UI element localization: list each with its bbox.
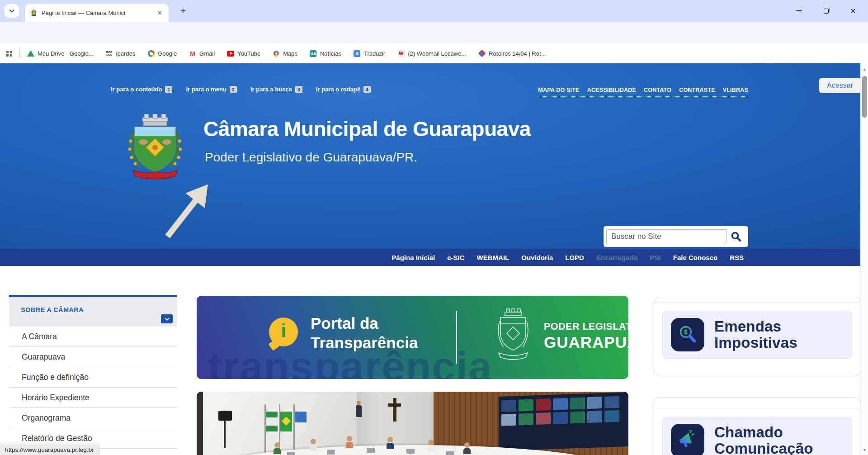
- standing-person: [356, 401, 362, 417]
- flag-municipio: [293, 404, 295, 454]
- youtube-icon: [227, 50, 234, 57]
- link-contraste[interactable]: CONTRASTE: [679, 87, 715, 93]
- link-acessibilidade[interactable]: ACESSIBILIDADE: [587, 87, 636, 93]
- scroll-down-arrow[interactable]: ▼: [861, 448, 868, 452]
- translate-icon: G: [354, 50, 361, 57]
- nav-webmail[interactable]: WEBMAIL: [477, 254, 509, 261]
- bookmark-gmail[interactable]: M Gmail: [189, 50, 215, 57]
- gmail-icon: M: [189, 50, 196, 57]
- chevron-down-icon: [9, 9, 14, 13]
- browser-toolbar: ← → ↻ guarapuava.pr.leg.br ☆ ⋮: [0, 22, 868, 43]
- bookmark-maps[interactable]: Maps: [273, 50, 297, 57]
- card-label: Emendas Impositivas: [714, 318, 797, 351]
- bookmark-roteiros[interactable]: Roteiros 14/04 | Rot...: [478, 50, 546, 57]
- megaphone-icon: [671, 424, 704, 455]
- page-scrollbar[interactable]: ▲ ▼: [860, 63, 868, 455]
- site-header: Ir para o conteúdo 1 Ir para o menu 2 Ir…: [0, 63, 860, 249]
- search-button[interactable]: [726, 229, 745, 244]
- google-drive-icon: [27, 50, 34, 57]
- coat-of-arms-logo: [128, 114, 182, 183]
- sidebar-sobre-a-camara: SOBRE A CÂMARA A Câmara Guarapuava Funçã…: [9, 295, 177, 449]
- restore-icon: [824, 9, 829, 14]
- link-mapa-do-site[interactable]: MAPA DO SITE: [538, 87, 579, 93]
- apps-grid-icon[interactable]: [6, 51, 12, 57]
- tab-close-icon[interactable]: ✕: [156, 9, 164, 17]
- news-icon: GB: [310, 50, 317, 57]
- bookmark-youtube[interactable]: YouTube: [227, 50, 260, 57]
- search-icon: [731, 231, 741, 242]
- main-nav: Página Inicial e-SIC WEBMAIL Ouvidoria L…: [0, 249, 860, 266]
- roteiros-icon: [478, 50, 486, 57]
- minimize-icon: [796, 10, 802, 11]
- status-bar-url: https://www.guarapuava.pr.leg.br: [0, 444, 99, 455]
- skip-link-menu[interactable]: Ir para o menu 2: [186, 86, 237, 93]
- nav-fale-conosco[interactable]: Fale Conosco: [673, 254, 717, 261]
- bookmark-webmail[interactable]: W (2) Webmail Locawe...: [397, 50, 466, 57]
- bookmarks-separator: [19, 48, 20, 58]
- active-tab[interactable]: Página Inicial — Câmara Munici ✕: [25, 4, 169, 22]
- minimize-button[interactable]: [794, 6, 804, 16]
- new-tab-button[interactable]: +: [177, 5, 189, 17]
- card-label: Chamado Comunicação: [714, 424, 813, 455]
- sidebar-title: SOBRE A CÂMARA: [21, 306, 84, 313]
- sidebar-collapse-button[interactable]: [161, 314, 173, 323]
- tv-camera: [218, 411, 232, 421]
- banner-brand: PODER LEGISLATIVO GUARAPUAVA: [544, 321, 628, 351]
- portal-transparencia-banner[interactable]: transparência i Portal da Transparência: [197, 296, 628, 379]
- emblem-outline-icon: [495, 308, 531, 365]
- sidebar-item-funcao-e-definicao[interactable]: Função e definição: [9, 367, 177, 388]
- skip-key-badge: 3: [295, 86, 302, 93]
- bookmark-noticias[interactable]: GB Notícias: [310, 50, 341, 57]
- banner-divider: [456, 311, 457, 364]
- search-input[interactable]: [606, 229, 726, 244]
- cursor-arrow-graphic: [158, 177, 217, 244]
- ipardes-icon: IPARDES: [106, 50, 113, 57]
- site-favicon: [30, 9, 38, 16]
- sidebar-item-horario-expediente[interactable]: Horário Expediente: [9, 388, 177, 408]
- tab-title: Página Inicial — Câmara Munici: [42, 9, 156, 16]
- link-contato[interactable]: CONTATO: [644, 87, 671, 93]
- banner-title: Portal da Transparência: [311, 314, 418, 352]
- bookmark-google[interactable]: Google: [147, 50, 177, 57]
- scrollbar-thumb[interactable]: [862, 76, 867, 118]
- nav-psi[interactable]: PSI: [650, 254, 661, 261]
- nav-pagina-inicial[interactable]: Página Inicial: [392, 254, 435, 261]
- nav-lgpd[interactable]: LGPD: [565, 254, 584, 261]
- nav-esic[interactable]: e-SIC: [447, 254, 464, 261]
- site-search: [604, 226, 748, 247]
- skip-key-badge: 2: [230, 86, 237, 93]
- close-button[interactable]: ✕: [848, 6, 858, 16]
- plenary-photo-banner[interactable]: [197, 392, 628, 455]
- bookmark-meu-drive[interactable]: Meu Drive - Google...: [27, 50, 94, 57]
- utility-links: MAPA DO SITE ACESSIBILIDADE CONTATO CONT…: [538, 87, 748, 97]
- skip-link-rodape[interactable]: Ir para o rodapé 4: [316, 86, 371, 93]
- skip-links: Ir para o conteúdo 1 Ir para o menu 2 Ir…: [111, 86, 371, 93]
- card-emendas-impositivas[interactable]: $ Emendas Impositivas: [654, 297, 860, 376]
- login-button[interactable]: Acessar: [819, 78, 860, 93]
- skip-link-busca[interactable]: Ir para a busca 3: [250, 86, 302, 93]
- sidebar-header: SOBRE A CÂMARA: [9, 297, 177, 327]
- card-chamado-comunicacao[interactable]: Chamado Comunicação: [654, 397, 860, 455]
- sidebar-item-a-camara[interactable]: A Câmara: [9, 327, 177, 347]
- crucifix: [393, 398, 396, 422]
- tab-strip: Página Inicial — Câmara Munici ✕ + ✕: [0, 0, 868, 22]
- bookmark-ipardes[interactable]: IPARDES ipardes: [106, 50, 136, 57]
- sidebar-item-guarapuava[interactable]: Guarapuava: [9, 347, 177, 367]
- flag-parana: [264, 404, 266, 454]
- nav-encarregado[interactable]: Encarregado: [596, 254, 638, 261]
- tab-search-button[interactable]: [5, 4, 19, 18]
- link-vlibras[interactable]: VLIBRAS: [723, 87, 748, 93]
- page-title: Câmara Municipal de Guarapuava: [203, 117, 531, 141]
- nav-rss[interactable]: RSS: [730, 254, 744, 261]
- skip-link-conteudo[interactable]: Ir para o conteúdo 1: [111, 86, 172, 93]
- window-controls: ✕: [794, 0, 864, 22]
- magnifier-dollar-icon: $: [671, 318, 704, 351]
- info-bubble-icon: i: [269, 318, 298, 346]
- bookmarks-bar: Meu Drive - Google... IPARDES ipardes Go…: [0, 43, 868, 63]
- nav-ouvidoria[interactable]: Ouvidoria: [521, 254, 553, 261]
- sidebar-item-organograma[interactable]: Organograma: [9, 408, 177, 428]
- restore-button[interactable]: [821, 6, 831, 16]
- browser-window: Página Inicial — Câmara Munici ✕ + ✕ ← →…: [0, 0, 868, 455]
- bookmark-traduzir[interactable]: G Traduzir: [354, 50, 385, 57]
- scroll-up-arrow[interactable]: ▲: [861, 67, 868, 71]
